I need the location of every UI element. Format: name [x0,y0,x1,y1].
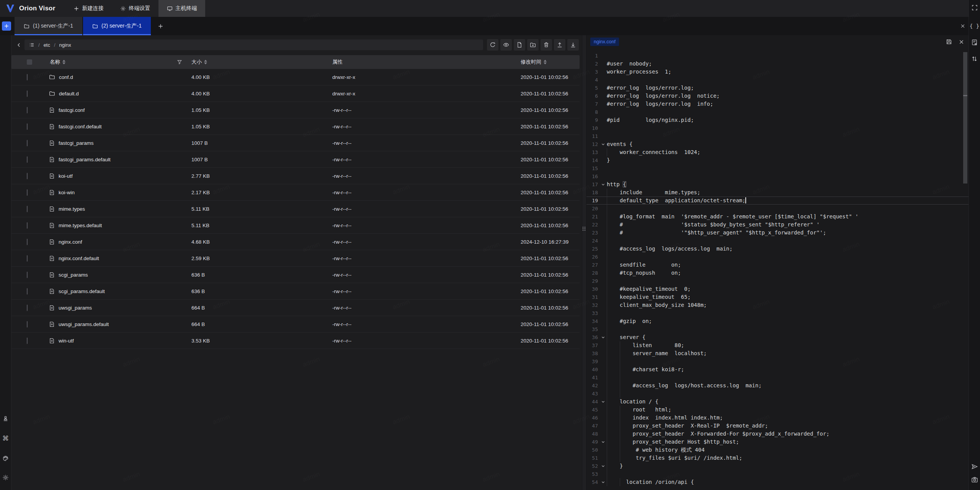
code-line[interactable]: 36 server { [586,333,969,341]
code-line[interactable]: 4 [586,76,969,84]
table-row[interactable]: win-utf3.53 KB-rw-r--r--2020-11-01 10:02… [11,333,580,349]
code-line[interactable]: 53 [586,470,969,478]
theme-palette-icon[interactable] [2,452,9,465]
code-line[interactable]: 38 server_name localhost; [586,349,969,357]
code-line[interactable]: 47 proxy_set_header X-Real-IP $remote_ad… [586,422,969,430]
add-tab-button[interactable] [152,17,170,35]
tab-server-1[interactable]: (1) server-生产-1 [15,17,82,35]
code-line[interactable]: 7#error_log logs/error.log info; [586,100,969,108]
row-checkbox[interactable] [27,90,28,97]
nav-item-host-terminal[interactable]: 主机终端 [158,0,205,17]
row-checkbox[interactable] [27,305,28,311]
upload-button[interactable] [554,39,565,51]
download-button[interactable] [567,39,579,51]
row-checkbox[interactable] [27,255,28,262]
code-line[interactable]: 35 [586,325,969,333]
code-line[interactable]: 44 location / { [586,398,969,406]
settings-gear-icon[interactable] [2,471,9,484]
row-checkbox[interactable] [27,140,28,146]
table-row[interactable]: nginx.conf.default2.59 KB-rw-r--r--2020-… [11,250,580,267]
row-checkbox[interactable] [27,222,28,229]
table-row[interactable]: nginx.conf4.68 KB-rw-r--r--2024-12-10 16… [11,234,580,250]
code-line[interactable]: 46 index index.html index.htm; [586,414,969,422]
code-line[interactable]: 15 [586,164,969,172]
table-row[interactable]: scgi_params636 B-rw-r--r--2020-11-01 10:… [11,267,580,283]
close-panel-button[interactable] [957,17,969,35]
row-checkbox[interactable] [27,156,28,163]
fold-toggle[interactable] [599,462,607,470]
send-command-icon[interactable] [971,460,978,473]
back-button[interactable] [14,40,24,50]
code-line[interactable]: 50 # web history 模式 404 [586,446,969,454]
code-line[interactable]: 48 proxy_set_header X-Forwarded-For $pro… [586,430,969,438]
path-segment[interactable]: nginx [59,42,71,48]
sort-icon[interactable] [544,60,547,64]
row-checkbox[interactable] [27,107,28,113]
row-checkbox[interactable] [27,288,28,295]
sort-transfer-icon[interactable] [971,52,978,65]
code-line[interactable]: 9#pid logs/nginx.pid; [586,116,969,124]
code-line[interactable]: 23 # '"$http_user_agent" "$http_x_forwar… [586,229,969,237]
table-row[interactable]: fastcgi_params1007 B-rw-r--r--2020-11-01… [11,135,580,151]
shortcuts-icon[interactable]: ⌘ [2,431,9,446]
code-line[interactable]: 3worker_processes 1; [586,68,969,76]
code-line[interactable]: 11 [586,132,969,140]
preview-button[interactable] [500,39,512,51]
code-line[interactable]: 18 include mime.types; [586,188,969,197]
code-line[interactable]: 49 proxy_set_header Host $http_host; [586,438,969,446]
row-checkbox[interactable] [27,338,28,344]
close-editor-button[interactable] [956,37,966,47]
row-checkbox[interactable] [27,321,28,328]
code-line[interactable]: 27 sendfile on; [586,261,969,269]
table-row[interactable]: default.d4.00 KBdrwxr-xr-x2020-11-01 10:… [11,85,580,102]
fullscreen-icon[interactable] [972,0,978,14]
code-line[interactable]: 14} [586,156,969,164]
code-line[interactable]: 39 [586,357,969,365]
row-checkbox[interactable] [27,272,28,278]
code-braces-icon[interactable]: { } [970,20,979,32]
code-line[interactable]: 40 #charset koi8-r; [586,365,969,374]
code-line[interactable]: 6#error_log logs/error.log notice; [586,92,969,100]
editor-scrollbar-thumb[interactable] [963,52,967,184]
path-breadcrumb[interactable]: / etc / nginx [24,39,483,50]
code-line[interactable]: 17http { [586,180,969,188]
column-header-attr[interactable]: 属性 [330,59,518,66]
column-header-size[interactable]: 大小 [189,59,330,66]
table-row[interactable]: koi-utf2.77 KB-rw-r--r--2020-11-01 10:02… [11,168,580,184]
table-row[interactable]: fastcgi_params.default1007 B-rw-r--r--20… [11,151,580,168]
new-file-button[interactable] [514,39,525,51]
code-line[interactable]: 52 } [586,462,969,470]
code-line[interactable]: 16 [586,172,969,180]
fold-toggle[interactable] [599,398,607,406]
code-line[interactable]: 20 [586,205,969,213]
table-row[interactable]: conf.d4.00 KBdrwxr-xr-x2020-11-01 10:02:… [11,69,580,85]
table-row[interactable]: koi-win2.17 KB-rw-r--r--2020-11-01 10:02… [11,184,580,201]
filter-icon[interactable] [177,59,182,65]
row-checkbox[interactable] [27,173,28,179]
code-line[interactable]: 21 #log_format main '$remote_addr - $rem… [586,213,969,221]
file-bookmark-icon[interactable] [971,36,978,49]
table-row[interactable]: scgi_params.default636 B-rw-r--r--2020-1… [11,283,580,300]
code-line[interactable]: 34 #gzip on; [586,317,969,325]
code-line[interactable]: 12events { [586,140,969,148]
code-line[interactable]: 25 #access_log logs/access.log main; [586,245,969,253]
select-all-checkbox[interactable] [27,59,32,65]
fold-toggle[interactable] [599,333,607,341]
fold-toggle[interactable] [599,140,607,148]
screenshot-camera-icon[interactable] [971,473,978,490]
code-line[interactable]: 29 [586,277,969,285]
column-header-name[interactable]: 名称 [47,59,189,66]
fold-toggle[interactable] [599,478,607,486]
user-profile-icon[interactable] [2,412,9,425]
tab-server-2[interactable]: (2) server-生产-1 [83,17,151,35]
code-line[interactable]: 1 [586,52,969,60]
code-line[interactable]: 33 [586,309,969,317]
code-line[interactable]: 10 [586,124,969,132]
row-checkbox[interactable] [27,189,28,196]
delete-button[interactable] [541,39,552,51]
row-checkbox[interactable] [27,74,28,80]
code-line[interactable]: 51 try_files $uri $uri/ /index.html; [586,454,969,462]
code-line[interactable]: 43 [586,390,969,398]
table-row[interactable]: fastcgi.conf1.05 KB-rw-r--r--2020-11-01 … [11,102,580,118]
code-line[interactable]: 32 client_max_body_size 1048m; [586,301,969,309]
